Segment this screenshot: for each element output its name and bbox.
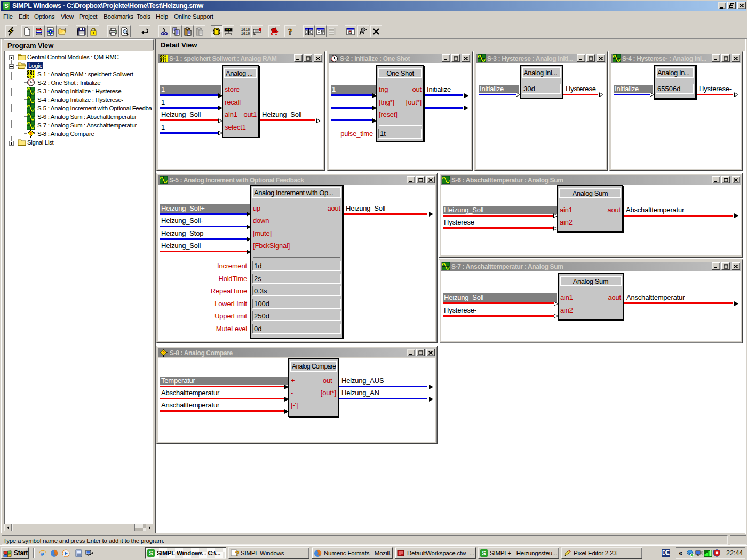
- svg-text:?: ?: [30, 131, 33, 136]
- svg-text:S: S: [149, 550, 153, 556]
- svg-text:1010: 1010: [241, 31, 250, 36]
- svg-text:?: ?: [288, 27, 293, 36]
- svg-text:S: S: [4, 3, 8, 9]
- svg-text:S: S: [482, 550, 486, 556]
- svg-text:?: ?: [162, 350, 165, 355]
- svg-text:?: ?: [235, 550, 239, 557]
